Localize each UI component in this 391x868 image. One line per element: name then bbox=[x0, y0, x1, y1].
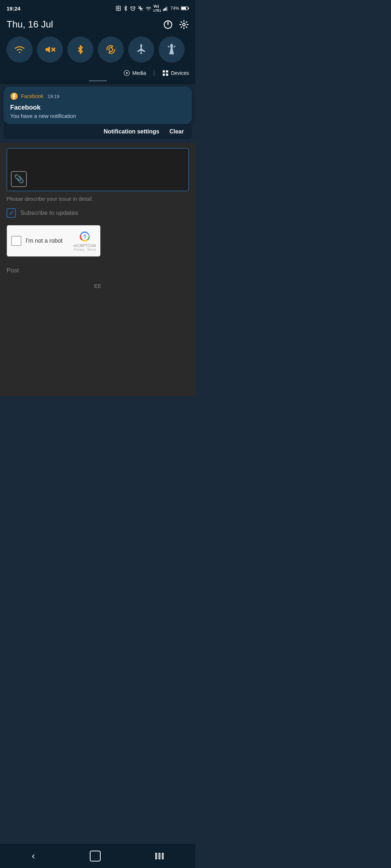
status-icons: Vo)LTE1 74% bbox=[115, 4, 189, 12]
bluetooth-tile[interactable] bbox=[67, 37, 93, 63]
notification-card: Facebook 19:19 Facebook You have a new n… bbox=[4, 86, 192, 124]
svg-rect-21 bbox=[166, 70, 168, 72]
recaptcha-box[interactable]: I'm not a robot reCAPTCHA Privacy - Term… bbox=[7, 225, 101, 257]
qs-header-icons bbox=[163, 20, 189, 30]
recaptcha-logo-icon bbox=[79, 230, 91, 242]
qs-separator bbox=[0, 80, 196, 84]
status-time: 19:24 bbox=[7, 5, 20, 12]
mute-icon bbox=[138, 5, 143, 11]
airplane-tile[interactable] bbox=[128, 37, 154, 63]
svg-rect-4 bbox=[165, 7, 167, 10]
notif-time: 19:19 bbox=[47, 94, 59, 99]
svg-point-26 bbox=[84, 237, 85, 238]
notif-title: Facebook bbox=[10, 104, 185, 111]
nfc-icon bbox=[115, 5, 121, 11]
clear-notification-button[interactable]: Clear bbox=[169, 128, 184, 135]
media-button[interactable]: Media bbox=[123, 70, 146, 76]
alarm-icon bbox=[130, 5, 136, 11]
ee-label: EE bbox=[7, 283, 189, 289]
paperclip-icon: 📎 bbox=[14, 174, 24, 184]
battery-icon bbox=[181, 6, 189, 10]
issue-text-area[interactable]: 📎 bbox=[7, 148, 189, 191]
svg-line-17 bbox=[174, 46, 175, 47]
recaptcha-logo-area: reCAPTCHA Privacy - Terms bbox=[73, 230, 96, 251]
subscribe-label: Subscribe to updates bbox=[20, 209, 78, 217]
power-icon[interactable] bbox=[163, 20, 173, 30]
notif-body: You have a new notification bbox=[10, 113, 185, 119]
recaptcha-inner: I'm not a robot reCAPTCHA Privacy - Term… bbox=[11, 230, 96, 251]
qs-date: Thu, 16 Jul bbox=[7, 19, 53, 30]
settings-icon[interactable] bbox=[179, 20, 189, 30]
app-content: 📎 Please describe your issue in detail. … bbox=[0, 143, 196, 396]
devices-label: Devices bbox=[171, 70, 189, 76]
facebook-app-icon bbox=[10, 92, 18, 100]
svg-point-10 bbox=[183, 23, 185, 26]
wifi-tile[interactable] bbox=[7, 37, 33, 63]
svg-rect-5 bbox=[167, 7, 168, 11]
attachment-button[interactable]: 📎 bbox=[11, 171, 27, 187]
check-icon: ✓ bbox=[9, 209, 14, 217]
qs-media-bar: Media | Devices bbox=[0, 68, 196, 80]
sound-off-tile[interactable] bbox=[37, 37, 63, 63]
flashlight-tile[interactable] bbox=[159, 37, 185, 63]
subscribe-row: ✓ Subscribe to updates bbox=[7, 208, 189, 218]
svg-rect-23 bbox=[166, 73, 168, 76]
recaptcha-label: I'm not a robot bbox=[26, 238, 63, 244]
recaptcha-checkbox[interactable] bbox=[11, 236, 21, 246]
battery-text: 74% bbox=[171, 6, 179, 11]
notif-actions: Notification settings Clear bbox=[4, 124, 192, 139]
recaptcha-brand-label: reCAPTCHA bbox=[73, 243, 96, 248]
subscribe-checkbox[interactable]: ✓ bbox=[7, 208, 16, 218]
svg-rect-2 bbox=[163, 9, 164, 11]
svg-rect-7 bbox=[181, 7, 186, 10]
volte-icon: Vo)LTE1 bbox=[154, 4, 161, 12]
media-label: Media bbox=[132, 70, 146, 76]
post-button[interactable]: Post bbox=[7, 264, 189, 277]
qs-tiles bbox=[0, 33, 196, 68]
recaptcha-links: Privacy - Terms bbox=[73, 248, 96, 251]
wifi-status-icon bbox=[145, 6, 152, 11]
bt-status-icon bbox=[123, 5, 128, 11]
qs-sep-line bbox=[89, 80, 107, 81]
issue-placeholder: Please describe your issue in detail. bbox=[7, 196, 189, 202]
devices-button[interactable]: Devices bbox=[162, 70, 189, 76]
sync-tile[interactable] bbox=[98, 37, 124, 63]
notif-app-name: Facebook bbox=[21, 93, 43, 99]
svg-rect-20 bbox=[163, 70, 165, 72]
svg-rect-8 bbox=[188, 8, 189, 9]
media-divider: | bbox=[154, 69, 155, 77]
notif-header: Facebook 19:19 bbox=[10, 92, 185, 100]
svg-line-16 bbox=[168, 46, 169, 47]
svg-rect-3 bbox=[164, 8, 165, 11]
svg-marker-19 bbox=[126, 72, 128, 74]
svg-rect-0 bbox=[116, 6, 121, 10]
qs-header: Thu, 16 Jul bbox=[0, 15, 196, 33]
svg-point-13 bbox=[109, 48, 113, 52]
status-bar: 19:24 Vo)LTE1 74% bbox=[0, 0, 196, 15]
signal-icon bbox=[163, 6, 169, 11]
notification-settings-button[interactable]: Notification settings bbox=[104, 128, 159, 135]
svg-rect-22 bbox=[163, 73, 165, 76]
